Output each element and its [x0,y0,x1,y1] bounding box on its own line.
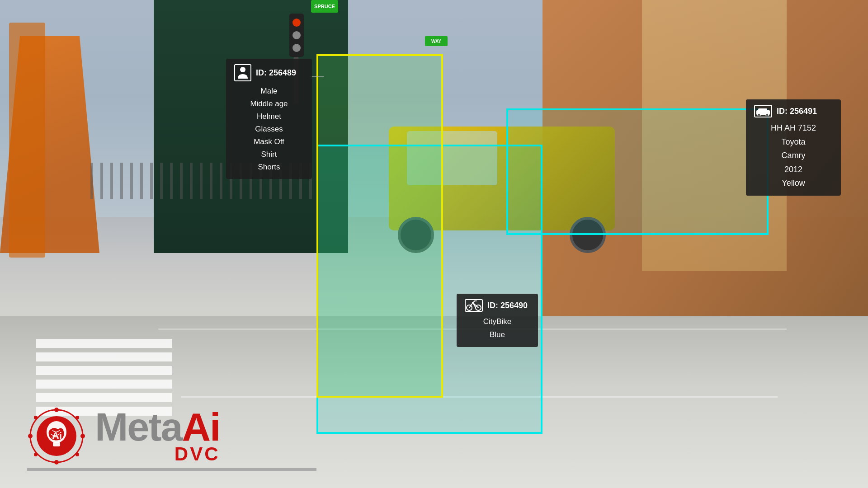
bike-info-panel: ID: 256490 CityBike Blue [457,294,538,347]
bike-icon-box [465,299,483,312]
car-icon-svg [755,107,771,116]
tl-red [292,19,301,27]
car-icon-box [754,105,772,117]
logo-brand-name: MetaAi [95,407,220,447]
car-id: ID: 256491 [777,107,817,116]
street-sign-way: WAY [425,36,448,46]
svg-point-7 [472,302,474,304]
logo-icon-svg: Ai [27,407,86,465]
attr-male: Male [234,85,304,98]
logo-ai-text: Ai [182,404,220,449]
attr-glasses: Glasses [234,123,304,136]
svg-rect-19 [53,442,60,446]
logo-underline [27,468,316,471]
person-id: ID: 256489 [256,68,296,78]
person-panel-header: ID: 256489 [234,64,304,81]
bike-attributes: CityBike Blue [465,315,530,342]
attr-helmet: Helmet [234,110,304,123]
attr-shorts: Shorts [234,161,304,174]
person-info-panel: ID: 256489 Male Middle age Helmet Glasse… [226,59,312,179]
svg-rect-2 [758,108,767,112]
person-attributes: Male Middle age Helmet Glasses Mask Off … [234,85,304,174]
car-plate: HH AH 7152 [754,121,833,135]
tl-green [292,44,301,52]
car-detection-box [506,108,769,235]
car-attributes: HH AH 7152 Toyota Camry 2012 Yellow [754,121,833,190]
logo-dvc-text: DVC [95,443,220,465]
logo-area: Ai MetaAi DVC [27,407,220,465]
attr-shirt: Shirt [234,148,304,161]
person-detection-box [316,54,443,398]
bike-panel-header: ID: 256490 [465,299,530,312]
person-icon-svg [237,66,249,80]
bike-color: Blue [465,328,530,342]
svg-point-10 [80,434,85,438]
svg-point-4 [766,113,769,116]
car-color: Yellow [754,176,833,190]
svg-point-3 [758,113,760,116]
traffic-light-box [289,14,304,57]
car-info-panel: ID: 256491 HH AH 7152 Toyota Camry 2012 … [746,99,841,196]
svg-point-12 [28,434,33,438]
car-panel-header: ID: 256491 [754,105,833,117]
svg-point-0 [240,67,245,72]
car-year: 2012 [754,163,833,177]
bike-type: CityBike [465,315,530,328]
attr-age: Middle age [234,98,304,110]
svg-point-15 [34,416,38,419]
svg-point-11 [54,460,59,465]
crane-pole [9,23,45,258]
tl-yellow [292,31,301,39]
svg-text:Ai: Ai [52,430,62,441]
scene: SPRUCE WAY ID: 256489 Male Middle age He… [0,0,868,488]
street-sign-spruce: SPRUCE [311,0,338,13]
svg-point-16 [34,453,38,456]
svg-point-13 [75,416,79,419]
car-make: Toyota [754,135,833,149]
car-model: Camry [754,149,833,163]
attr-mask: Mask Off [234,136,304,148]
logo-text-area: MetaAi DVC [95,407,220,465]
person-icon-box [234,64,251,81]
svg-point-14 [75,453,79,456]
bike-id: ID: 256490 [487,301,528,310]
svg-point-9 [54,408,59,412]
bike-icon-svg [466,300,482,311]
